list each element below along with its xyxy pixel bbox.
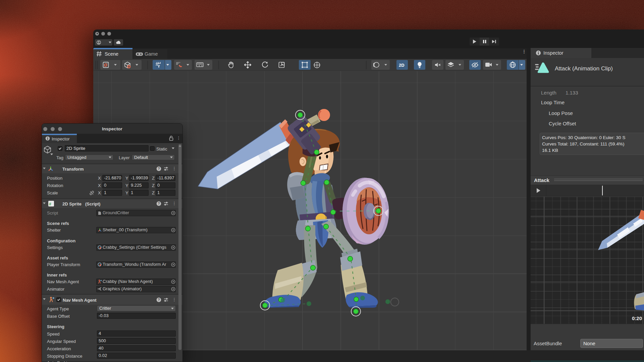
svg-text:Y: Y [158, 65, 160, 68]
svg-text:?: ? [158, 202, 160, 205]
svg-text:?: ? [158, 167, 160, 171]
svg-text:?: ? [158, 298, 160, 302]
